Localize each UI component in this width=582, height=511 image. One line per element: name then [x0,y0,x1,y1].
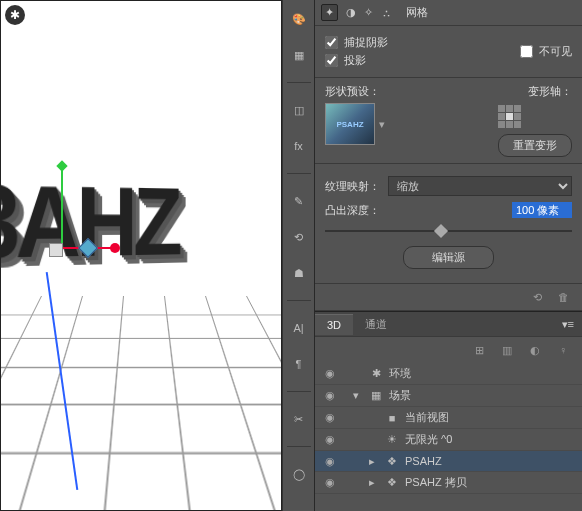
layer-row[interactable]: ◉☀无限光 ^0 [315,429,582,451]
layer-filter-row: ⊞ ▥ ◐ ♀ [315,337,582,363]
layer-type-icon: ▦ [369,389,383,402]
type-tool-icon[interactable]: A| [288,317,310,339]
layer-list: ◉✱环境◉▾▦场景◉■当前视图◉☀无限光 ^0◉▸❖PSAHZ◉▸❖PSAHZ … [315,363,582,511]
ground-plane [1,296,281,510]
layer-name: PSAHZ 拷贝 [405,475,467,490]
layer-row[interactable]: ◉▸❖PSAHZ [315,451,582,472]
chevron-down-icon[interactable]: ▾ [379,118,385,131]
3d-viewport[interactable]: ✱ 3AHZ [0,0,282,511]
texture-section: 纹理映射： 缩放 凸出深度： 编辑源 [315,164,582,284]
layer-name: PSAHZ [405,455,442,467]
3d-text-object[interactable]: 3AHZ [0,162,178,282]
layer-row[interactable]: ◉▾▦场景 [315,385,582,407]
mesh-tab[interactable]: 网格 [400,3,434,22]
expand-arrow-icon[interactable]: ▾ [349,389,363,402]
layer-name: 场景 [389,388,411,403]
deform-axis-grid[interactable] [498,105,572,128]
cc-libraries-icon[interactable]: ◯ [288,463,310,485]
expand-arrow-icon[interactable]: ▸ [365,476,379,489]
shadow-section: 捕捉阴影 投影 不可见 [315,26,582,78]
crossed-tools-icon[interactable]: ✂ [288,408,310,430]
layer-type-icon: ❖ [385,455,399,468]
viewport-menu-icon[interactable]: ✱ [5,5,25,25]
invisible-label: 不可见 [539,44,572,59]
visibility-eye-icon[interactable]: ◉ [323,454,337,468]
extrude-depth-slider[interactable] [325,224,572,238]
tab-channels[interactable]: 通道 [353,313,399,336]
filter-light-icon[interactable]: ♀ [554,341,572,359]
layer-row[interactable]: ◉▸❖PSAHZ 拷贝 [315,472,582,494]
visibility-eye-icon[interactable]: ◉ [323,389,337,403]
sparkle-icon[interactable]: ✧ [364,6,373,19]
properties-panel: ✦ ◑ ✧ ⛬ 网格 捕捉阴影 投影 不可见 [315,0,582,511]
people-icon[interactable]: ☗ [288,262,310,284]
layer-name: 环境 [389,366,411,381]
invisible-checkbox[interactable] [520,45,533,58]
brush-tool-icon[interactable]: ✎ [288,190,310,212]
effects-icon[interactable]: fx [288,135,310,157]
layer-row[interactable]: ◉✱环境 [315,363,582,385]
layer-type-icon: ✱ [369,367,383,380]
layer-type-icon: ☀ [385,433,399,446]
filter-all-icon[interactable]: ⊞ [470,341,488,359]
panel-menu-icon[interactable]: ▾≡ [554,318,582,331]
extrude-depth-input[interactable] [512,202,572,218]
tab-3d[interactable]: 3D [315,314,353,335]
layer-type-icon: ■ [385,412,399,424]
layer-name: 当前视图 [405,410,449,425]
cast-shadow-checkbox[interactable] [325,54,338,67]
layer-name: 无限光 ^0 [405,432,452,447]
shape-preset-label: 形状预设： [325,84,385,99]
shape-section: 形状预设： PSAHZ ▾ 变形轴： 重置变形 [315,78,582,164]
axis-y[interactable] [61,168,63,248]
texture-mapping-label: 纹理映射： [325,179,380,194]
edit-source-button[interactable]: 编辑源 [403,246,494,269]
visibility-eye-icon[interactable]: ◉ [323,433,337,447]
visibility-eye-icon[interactable]: ◉ [323,411,337,425]
panel-actions: ⟲ 🗑 [315,284,582,311]
capture-shadow-checkbox[interactable] [325,36,338,49]
expand-arrow-icon[interactable]: ▸ [365,455,379,468]
cast-shadow-label: 投影 [344,53,366,68]
reset-icon[interactable]: ⟲ [528,288,546,306]
grid-icon[interactable]: ▦ [288,44,310,66]
deform-axis-label: 变形轴： [498,84,572,99]
sphere-icon[interactable]: ◑ [346,6,356,19]
object-icon[interactable]: ◫ [288,99,310,121]
layer-row[interactable]: ◉■当前视图 [315,407,582,429]
clone-tool-icon[interactable]: ⟲ [288,226,310,248]
visibility-eye-icon[interactable]: ◉ [323,367,337,381]
trash-icon[interactable]: 🗑 [554,288,572,306]
tool-column: 🎨 ▦ ◫ fx ✎ ⟲ ☗ A| ¶ ✂ ◯ [282,0,315,511]
shape-preset-thumb[interactable]: PSAHZ [325,103,375,145]
panel-tabs: 3D 通道 ▾≡ [315,311,582,337]
filter-mesh-icon[interactable]: ▥ [498,341,516,359]
paragraph-icon[interactable]: ¶ [288,353,310,375]
filter-material-icon[interactable]: ◐ [526,341,544,359]
gizmo-origin[interactable] [49,243,63,257]
visibility-eye-icon[interactable]: ◉ [323,476,337,490]
reset-deform-button[interactable]: 重置变形 [498,134,572,157]
mesh-tab-row: ✦ ◑ ✧ ⛬ 网格 [315,0,582,26]
texture-mapping-select[interactable]: 缩放 [388,176,572,196]
color-theme-icon[interactable]: 🎨 [288,8,310,30]
bug-icon[interactable]: ⛬ [381,7,392,19]
capture-shadow-label: 捕捉阴影 [344,35,388,50]
layer-type-icon: ❖ [385,476,399,489]
star-icon[interactable]: ✦ [321,4,338,21]
extrude-depth-label: 凸出深度： [325,203,380,218]
